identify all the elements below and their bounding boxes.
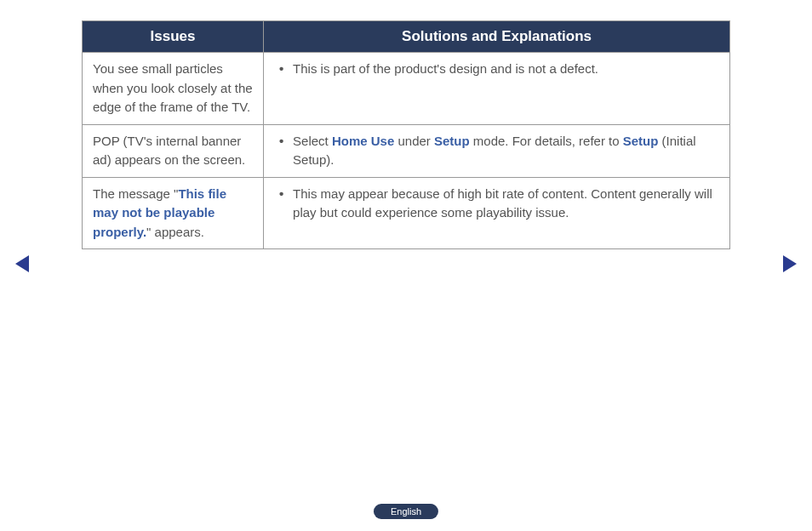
issue-cell: You see small particles when you look cl… [83,53,264,125]
solution-item: This is part of the product's design and… [274,60,719,79]
issue-text: POP (TV's internal banner ad) appears on… [93,134,245,168]
issue-text: You see small particles when you look cl… [93,61,253,114]
table-row: POP (TV's internal banner ad) appears on… [83,124,730,177]
solution-text: under [394,134,434,148]
table-body: You see small particles when you look cl… [83,53,730,249]
solution-item: This may appear because of high bit rate… [274,185,719,223]
table-row: You see small particles when you look cl… [83,53,730,125]
issue-cell: The message "This file may not be playab… [83,177,264,249]
prev-page-arrow[interactable] [15,255,29,272]
issue-text: " appears. [146,225,204,239]
solution-text: Select [293,134,332,148]
header-issues: Issues [83,21,264,53]
solution-text: mode. For details, refer to [470,134,623,148]
issue-cell: POP (TV's internal banner ad) appears on… [83,124,264,177]
issue-text: The message " [93,186,178,201]
solution-item: Select Home Use under Setup mode. For de… [274,132,719,170]
content-area: Issues Solutions and Explanations You se… [0,0,812,249]
solution-cell: This is part of the product's design and… [264,53,730,125]
table-row: The message "This file may not be playab… [83,177,730,249]
solution-text: This is part of the product's design and… [293,61,598,76]
troubleshooting-table: Issues Solutions and Explanations You se… [82,20,730,249]
solution-text: This may appear because of high bit rate… [293,186,712,220]
header-solutions: Solutions and Explanations [264,21,730,53]
solution-cell: This may appear because of high bit rate… [264,177,730,249]
language-badge: English [374,504,438,519]
highlight-text: Setup [434,134,470,148]
highlight-text: Home Use [332,134,394,148]
solution-cell: Select Home Use under Setup mode. For de… [264,124,730,177]
highlight-text: Setup [623,134,659,148]
next-page-arrow[interactable] [783,255,797,272]
